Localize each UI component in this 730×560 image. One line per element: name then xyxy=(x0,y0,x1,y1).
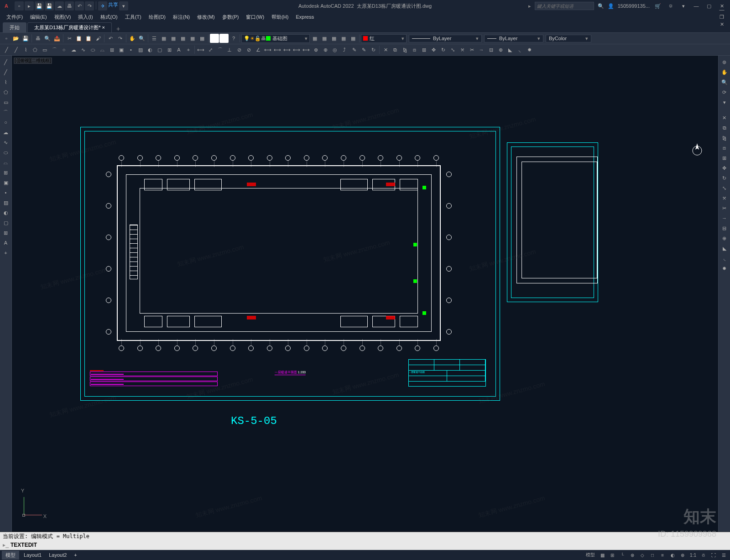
user-icon[interactable]: 👤 xyxy=(608,3,614,9)
block2-icon[interactable]: ▣ xyxy=(1,178,10,187)
break-icon[interactable]: ⊟ xyxy=(486,45,495,54)
qat-redo-icon[interactable]: ↷ xyxy=(85,1,94,10)
xline2-icon[interactable]: ╱ xyxy=(1,68,10,77)
table2-icon[interactable]: ⊞ xyxy=(1,228,10,237)
join3-icon[interactable]: ⊕ xyxy=(720,234,729,243)
qat-plot-icon[interactable]: 🖶 xyxy=(65,1,74,10)
jog-icon[interactable]: ⤴ xyxy=(340,45,349,54)
status-osnap-icon[interactable]: □ xyxy=(648,551,657,559)
toolpalette-icon[interactable]: ▦ xyxy=(169,34,178,43)
menu-edit[interactable]: 编辑(E) xyxy=(26,14,51,21)
qat-open-icon[interactable]: ▸ xyxy=(25,1,34,10)
status-scale[interactable]: 1:1 xyxy=(688,551,698,559)
layer-state-combo[interactable]: 💡 ☀ 🔓 🖶 基础图 ▾ xyxy=(241,34,310,43)
dim-angular-icon[interactable]: ∠ xyxy=(254,45,263,54)
chamfer3-icon[interactable]: ◣ xyxy=(720,244,729,253)
layer-tool2-icon[interactable]: ▦ xyxy=(320,34,329,43)
extend-icon[interactable]: → xyxy=(477,45,486,54)
ellipse-icon[interactable]: ⬭ xyxy=(88,45,97,54)
search-button-icon[interactable]: 🔍 xyxy=(598,3,604,9)
status-snap-icon[interactable]: ⊞ xyxy=(608,551,617,559)
qat-saveas-icon[interactable]: 💾 xyxy=(45,1,54,10)
status-lwt-icon[interactable]: ≡ xyxy=(658,551,667,559)
join-icon[interactable]: ⊕ xyxy=(496,45,505,54)
lineweight-combo[interactable]: ByLayer ▾ xyxy=(484,35,543,42)
pan-icon[interactable]: ✋ xyxy=(128,34,137,43)
dim-arc-icon[interactable]: ⌒ xyxy=(215,45,224,54)
hatch-icon[interactable]: ▨ xyxy=(136,45,145,54)
nav-orbit-icon[interactable]: ⟳ xyxy=(720,88,729,97)
region-icon[interactable]: ▢ xyxy=(155,45,164,54)
inspect-icon[interactable]: ◎ xyxy=(330,45,339,54)
mirror3-icon[interactable]: ⧎ xyxy=(720,133,729,142)
arc2-icon[interactable]: ⌒ xyxy=(1,108,10,117)
menu-dimension[interactable]: 标注(N) xyxy=(169,14,193,21)
rect2-icon[interactable]: ▭ xyxy=(1,98,10,107)
extend3-icon[interactable]: → xyxy=(720,214,729,223)
circle2-icon[interactable]: ○ xyxy=(1,118,10,127)
doc-restore-icon[interactable]: ❐ xyxy=(717,13,726,21)
point2-icon[interactable]: • xyxy=(1,188,10,197)
dim-baseline-icon[interactable]: ⟷ xyxy=(273,45,282,54)
move3-icon[interactable]: ✥ xyxy=(720,163,729,173)
nav-wheel-icon[interactable]: ⊚ xyxy=(720,58,729,67)
viewport-label[interactable]: [-][俯视][二维线框] xyxy=(14,58,52,64)
stretch-icon[interactable]: ⤧ xyxy=(458,45,467,54)
dimtedit-icon[interactable]: ✎ xyxy=(359,45,368,54)
pline-icon[interactable]: ⌇ xyxy=(21,45,30,54)
help2-icon[interactable]: ? xyxy=(229,34,238,43)
layer-tool1-icon[interactable]: ▦ xyxy=(310,34,319,43)
linetype-combo[interactable]: ByLayer ▾ xyxy=(409,35,482,42)
rectangle-icon[interactable]: ▭ xyxy=(40,45,49,54)
dim-aligned-icon[interactable]: ⤢ xyxy=(206,45,215,54)
dimedit-icon[interactable]: ✎ xyxy=(349,45,359,54)
publish-icon[interactable]: 📤 xyxy=(52,34,62,43)
color-combo[interactable]: 红 ▾ xyxy=(361,34,407,43)
tab-layout1[interactable]: Layout1 xyxy=(20,551,45,559)
menu-modify[interactable]: 修改(M) xyxy=(193,14,219,21)
status-model-btn[interactable]: 模型 xyxy=(584,551,597,559)
rotate3-icon[interactable]: ↻ xyxy=(720,173,729,183)
open-icon[interactable]: 📂 xyxy=(11,34,21,43)
menu-tools[interactable]: 工具(T) xyxy=(121,14,145,21)
layer-tool5-icon[interactable]: ▦ xyxy=(349,34,358,43)
status-max-icon[interactable]: ⛶ xyxy=(709,551,718,559)
trim3-icon[interactable]: ✂ xyxy=(720,204,729,213)
circle-icon[interactable]: ○ xyxy=(59,45,68,54)
mirror-icon[interactable]: ⧎ xyxy=(400,45,409,54)
qat-dropdown-icon[interactable]: ▾ xyxy=(119,1,128,10)
copy3-icon[interactable]: ⧉ xyxy=(720,123,729,132)
insert2-icon[interactable]: ⊞ xyxy=(1,168,10,177)
markup-icon[interactable]: ▦ xyxy=(188,34,197,43)
tab-layout-add-icon[interactable]: + xyxy=(70,551,80,559)
plotstyle-combo[interactable]: ByColor ▾ xyxy=(546,35,591,42)
tab-close-icon[interactable]: × xyxy=(102,25,105,30)
help-icon[interactable]: ▾ xyxy=(679,2,688,10)
qat-web-icon[interactable]: ☁ xyxy=(55,1,64,10)
chamfer-icon[interactable]: ◣ xyxy=(506,45,515,54)
layer-tool3-icon[interactable]: ▦ xyxy=(329,34,339,43)
tab-add-icon[interactable]: + xyxy=(113,25,124,32)
erase3-icon[interactable]: ✕ xyxy=(720,113,729,122)
line2-icon[interactable]: ╱ xyxy=(1,58,10,67)
offset-icon[interactable]: ⧈ xyxy=(410,45,419,54)
print-icon[interactable]: 🖶 xyxy=(33,34,42,43)
cut-icon[interactable]: ✂ xyxy=(65,34,74,43)
grad2-icon[interactable]: ◐ xyxy=(1,208,10,217)
tab-model[interactable]: 模型 xyxy=(2,551,19,560)
menu-view[interactable]: 视图(V) xyxy=(51,14,75,21)
revcloud-icon[interactable]: ☁ xyxy=(69,45,78,54)
layer-tool4-icon[interactable]: ▦ xyxy=(339,34,348,43)
menu-insert[interactable]: 插入(I) xyxy=(74,14,96,21)
doc-close-icon[interactable]: ✕ xyxy=(717,21,726,28)
minimize-icon[interactable]: — xyxy=(692,2,701,10)
doc-minimize-icon[interactable]: — xyxy=(717,6,726,13)
designcenter-icon[interactable]: ▦ xyxy=(159,34,168,43)
arc-icon[interactable]: ⌒ xyxy=(50,45,59,54)
qat-share-icon[interactable]: ✈ xyxy=(98,1,107,10)
undo-icon[interactable]: ↶ xyxy=(106,34,115,43)
table-icon[interactable]: ⊞ xyxy=(165,45,174,54)
spline-icon[interactable]: ∿ xyxy=(78,45,88,54)
tolerance-icon[interactable]: ⊕ xyxy=(311,45,320,54)
ellipse2-icon[interactable]: ⬭ xyxy=(1,148,10,157)
